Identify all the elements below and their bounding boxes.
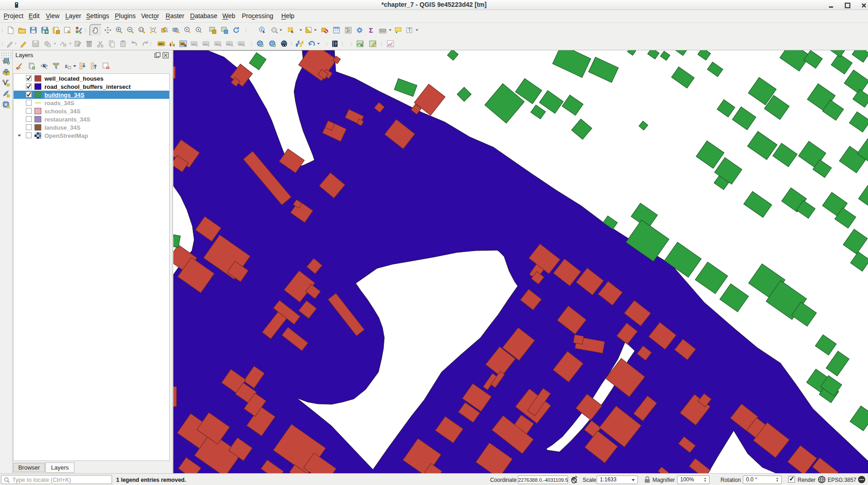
svg-text:ε: ε (65, 63, 68, 69)
svg-text:abc: abc (191, 43, 196, 45)
svg-text:?: ? (334, 42, 337, 46)
svg-text:abc: abc (159, 42, 164, 45)
svg-text:T: T (408, 28, 411, 33)
svg-text:i: i (261, 28, 262, 32)
svg-text:abc: abc (215, 43, 220, 45)
svg-text:ab: ab (181, 42, 185, 45)
svg-text:abc: abc (239, 43, 243, 45)
svg-text:abc: abc (203, 43, 208, 45)
svg-text:1:1: 1:1 (139, 28, 143, 31)
svg-text:abc: abc (227, 43, 231, 45)
svg-text:Σ: Σ (369, 26, 373, 34)
svg-text:a: a (79, 30, 82, 34)
